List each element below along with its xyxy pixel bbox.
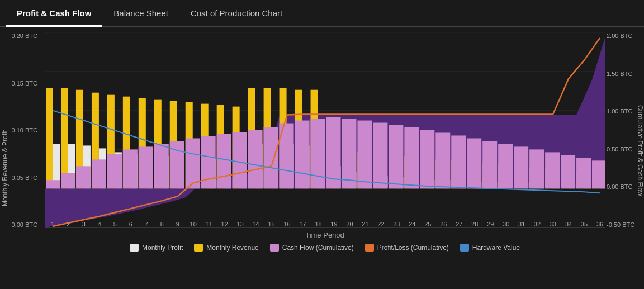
svg-text:17: 17 [299,221,306,228]
svg-rect-27 [139,146,153,188]
svg-rect-72 [373,123,387,189]
tab-balance-sheet[interactable]: Balance Sheet [102,0,179,27]
legend-label-cash-flow: Cash Flow (Cumulative) [282,244,354,252]
svg-rect-96 [498,144,513,188]
svg-text:8: 8 [160,221,164,228]
svg-text:3: 3 [82,221,86,228]
svg-rect-102 [529,149,544,188]
legend-color-cash-flow [270,244,279,252]
svg-rect-24 [123,149,138,188]
legend-item-monthly-revenue: Monthly Revenue [194,244,258,252]
legend-item-profit-loss: Profit/Loss (Cumulative) [365,244,449,252]
legend-color-hardware-value [460,244,469,252]
svg-rect-36 [186,138,200,188]
y-tick-r: -0.50 BTC [607,221,634,228]
svg-text:12: 12 [221,221,228,228]
y-tick-r: 1.50 BTC [607,70,632,77]
svg-text:34: 34 [565,221,572,228]
svg-text:26: 26 [440,221,447,228]
svg-text:6: 6 [129,221,132,228]
svg-text:21: 21 [362,221,368,228]
svg-text:18: 18 [315,221,321,228]
svg-rect-87 [451,135,466,188]
svg-text:15: 15 [268,221,274,228]
y-tick: 0.00 BTC [12,221,37,228]
svg-rect-75 [389,125,403,189]
svg-text:11: 11 [206,221,212,228]
svg-text:20: 20 [346,221,353,228]
svg-text:4: 4 [98,221,101,228]
svg-rect-111 [576,158,591,188]
svg-text:2: 2 [67,221,70,228]
svg-rect-108 [561,155,575,188]
y-tick-r: 0.00 BTC [607,183,632,190]
svg-rect-105 [545,152,560,188]
y-tick: 0.20 BTC [12,32,37,39]
svg-rect-60 [311,119,325,189]
svg-rect-69 [357,121,372,189]
svg-text:19: 19 [330,221,337,228]
svg-text:28: 28 [471,221,478,228]
svg-rect-90 [467,138,481,188]
chart-container: Monthly Revenue & Profit Cumulative Prof… [0,27,644,289]
svg-text:5: 5 [113,221,117,228]
legend-item-cash-flow: Cash Flow (Cumulative) [270,244,354,252]
svg-rect-114 [592,160,605,188]
svg-rect-45 [233,132,247,188]
svg-text:25: 25 [424,221,431,228]
svg-text:33: 33 [550,221,556,228]
svg-text:14: 14 [253,221,259,228]
y-tick-r: 1.00 BTC [607,108,632,115]
svg-rect-51 [264,127,278,189]
x-axis-label: Time Period [45,231,605,239]
svg-rect-99 [514,146,528,188]
svg-rect-81 [420,130,434,189]
svg-rect-57 [295,121,310,189]
svg-rect-48 [248,130,263,189]
svg-rect-12 [61,173,75,188]
legend-item-hardware-value: Hardware Value [460,244,520,252]
y-tick-r: 2.00 BTC [607,32,632,39]
svg-text:31: 31 [518,221,525,228]
svg-text:7: 7 [145,221,148,228]
svg-text:36: 36 [596,221,603,228]
svg-rect-84 [435,132,450,188]
svg-text:16: 16 [283,221,290,228]
svg-text:9: 9 [176,221,179,228]
legend-item-monthly-profit: Monthly Profit [130,244,183,252]
svg-text:29: 29 [487,221,494,228]
svg-text:30: 30 [503,221,509,228]
svg-text:23: 23 [393,221,400,228]
tab-profit-cash-flow[interactable]: Profit & Cash Flow [6,0,102,27]
legend-color-monthly-revenue [194,244,203,252]
y-axis-left: 0.20 BTC 0.15 BTC 0.10 BTC 0.05 BTC 0.00… [0,32,42,228]
svg-text:1: 1 [51,221,54,228]
legend-color-profit-loss [365,244,374,252]
legend-color-monthly-profit [130,244,139,252]
svg-rect-9 [46,180,60,188]
legend-label-monthly-profit: Monthly Profit [142,244,183,252]
legend-label-monthly-revenue: Monthly Revenue [206,244,258,252]
y-tick-r: 0.50 BTC [607,146,632,153]
legend-label-profit-loss: Profit/Loss (Cumulative) [377,244,449,252]
svg-rect-66 [342,119,356,189]
svg-rect-42 [217,134,231,188]
svg-text:22: 22 [377,221,384,228]
chart-legend: Monthly Profit Monthly Revenue Cash Flow… [45,244,605,252]
svg-text:35: 35 [581,221,588,228]
chart-svg: 1 2 3 4 5 6 7 8 9 10 11 12 13 14 15 16 1… [45,32,605,228]
y-axis-right: 2.00 BTC 1.50 BTC 1.00 BTC 0.50 BTC 0.00… [602,32,644,228]
svg-rect-18 [92,159,106,188]
svg-rect-93 [482,141,497,188]
y-tick: 0.10 BTC [12,127,37,134]
tab-cost-of-production[interactable]: Cost of Production Chart [179,0,293,27]
svg-rect-30 [154,144,169,188]
svg-rect-7 [46,88,53,188]
y-tick: 0.05 BTC [12,174,37,181]
app-container: Profit & Cash Flow Balance Sheet Cost of… [0,0,644,289]
svg-rect-15 [76,166,91,188]
tab-bar: Profit & Cash Flow Balance Sheet Cost of… [0,0,644,27]
svg-rect-21 [107,154,122,188]
chart-plot-area: 1 2 3 4 5 6 7 8 9 10 11 12 13 14 15 16 1… [45,32,605,228]
svg-text:27: 27 [456,221,462,228]
